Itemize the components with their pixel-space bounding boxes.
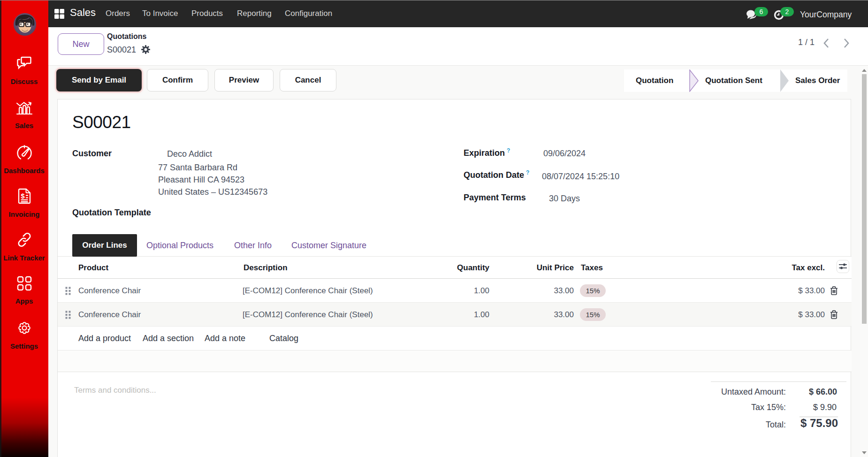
svg-text:$: $: [21, 192, 25, 200]
